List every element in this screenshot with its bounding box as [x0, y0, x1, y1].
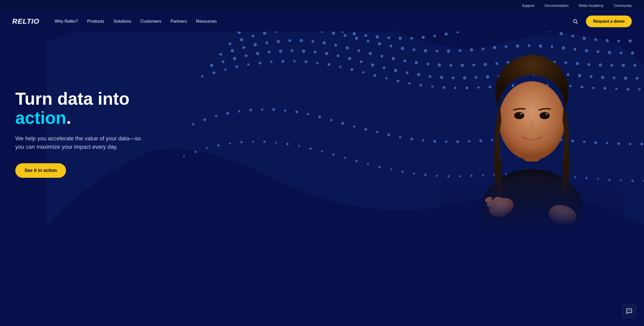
svg-point-147	[636, 77, 638, 80]
svg-point-167	[420, 84, 422, 87]
svg-point-164	[385, 77, 387, 79]
svg-point-268	[436, 175, 438, 177]
svg-point-247	[194, 151, 197, 153]
svg-point-124	[371, 63, 374, 67]
svg-point-186	[638, 88, 640, 90]
svg-point-87	[380, 55, 383, 58]
svg-point-219	[399, 136, 401, 138]
svg-point-115	[268, 51, 271, 53]
community-link[interactable]: Community	[614, 4, 632, 8]
svg-point-91	[426, 63, 429, 65]
nav-products[interactable]: Products	[87, 19, 104, 24]
svg-point-47	[344, 34, 346, 37]
svg-point-15	[387, 36, 390, 39]
svg-point-205	[238, 110, 240, 113]
svg-point-40	[263, 32, 266, 35]
svg-point-90	[415, 61, 418, 64]
svg-point-160	[339, 66, 342, 68]
svg-point-128	[417, 73, 420, 76]
search-button[interactable]	[571, 17, 580, 26]
request-demo-button[interactable]: Request a demo	[586, 16, 632, 27]
svg-point-114	[256, 52, 259, 55]
svg-point-76	[254, 43, 257, 46]
svg-point-46	[332, 32, 335, 35]
nav-partners[interactable]: Partners	[170, 19, 187, 24]
svg-point-80	[300, 39, 303, 42]
svg-point-109	[633, 64, 636, 67]
navbar: RELTIO Why Reltio? Products Solutions Cu…	[0, 11, 644, 32]
nav-customers[interactable]: Customers	[140, 19, 161, 24]
hero-title-suffix: .	[66, 108, 71, 127]
svg-point-89	[404, 59, 406, 62]
svg-point-161	[351, 68, 353, 71]
svg-point-113	[245, 54, 248, 57]
svg-point-255	[286, 143, 289, 145]
svg-point-74	[231, 49, 234, 52]
academy-link[interactable]: Reltio Academy	[579, 4, 603, 8]
svg-point-163	[373, 74, 376, 77]
svg-point-54	[424, 49, 427, 52]
svg-point-254	[275, 142, 277, 144]
svg-point-155	[281, 60, 284, 63]
svg-point-17	[410, 37, 413, 40]
support-link[interactable]: Support	[522, 4, 534, 8]
svg-point-19	[433, 35, 436, 37]
svg-point-220	[410, 138, 413, 140]
svg-point-13	[364, 34, 367, 37]
svg-point-82	[323, 41, 326, 45]
logo[interactable]: RELTIO	[12, 17, 39, 25]
svg-point-149	[212, 71, 215, 74]
svg-point-204	[226, 112, 229, 115]
svg-point-16	[399, 37, 402, 40]
svg-point-126	[394, 69, 397, 72]
svg-point-159	[328, 63, 330, 66]
svg-point-248	[206, 147, 208, 149]
svg-point-14	[375, 35, 379, 38]
see-it-in-action-button[interactable]: See it in action	[15, 163, 66, 178]
svg-point-127	[406, 71, 409, 74]
svg-point-117	[291, 49, 293, 52]
svg-point-53	[413, 48, 415, 51]
svg-point-29	[548, 32, 551, 32]
svg-point-259	[332, 154, 335, 156]
svg-point-0	[573, 20, 577, 23]
hero-content: Turn data into action. We help you accel…	[0, 69, 173, 198]
svg-point-110	[210, 64, 213, 67]
chat-icon	[626, 308, 633, 315]
svg-point-146	[624, 77, 627, 80]
documentation-link[interactable]: Documentation	[545, 4, 569, 8]
svg-point-118	[302, 49, 305, 53]
svg-point-266	[413, 172, 415, 174]
svg-point-152	[247, 63, 250, 66]
svg-point-72	[631, 51, 634, 55]
svg-point-202	[203, 118, 206, 121]
svg-point-246	[183, 156, 185, 157]
svg-point-150	[224, 68, 226, 71]
svg-point-222	[433, 140, 436, 143]
svg-point-38	[240, 38, 243, 41]
nav-why-reltio[interactable]: Why Reltio?	[55, 19, 78, 24]
svg-point-116	[279, 49, 282, 53]
svg-point-218	[387, 133, 390, 136]
svg-point-50	[378, 42, 381, 46]
svg-point-125	[383, 66, 385, 69]
hero-subtitle: We help you accelerate the value of your…	[15, 134, 148, 151]
nav-resources[interactable]: Resources	[196, 19, 217, 24]
nav-solutions[interactable]: Solutions	[113, 19, 131, 24]
svg-point-217	[376, 131, 378, 133]
hero-title-prefix: Turn data into	[15, 89, 129, 108]
svg-point-258	[321, 151, 323, 152]
top-bar: Support Documentation Reltio Academy Com…	[0, 0, 644, 11]
svg-point-153	[259, 62, 261, 64]
svg-point-48	[355, 37, 358, 40]
svg-point-119	[314, 51, 316, 53]
svg-point-75	[243, 46, 245, 49]
svg-point-256	[298, 145, 300, 147]
svg-point-251	[240, 141, 243, 143]
svg-point-216	[364, 128, 367, 131]
svg-point-123	[360, 60, 363, 63]
svg-point-51	[390, 45, 392, 47]
chat-widget[interactable]	[623, 305, 636, 318]
svg-point-165	[397, 80, 399, 83]
svg-point-21	[456, 32, 459, 33]
